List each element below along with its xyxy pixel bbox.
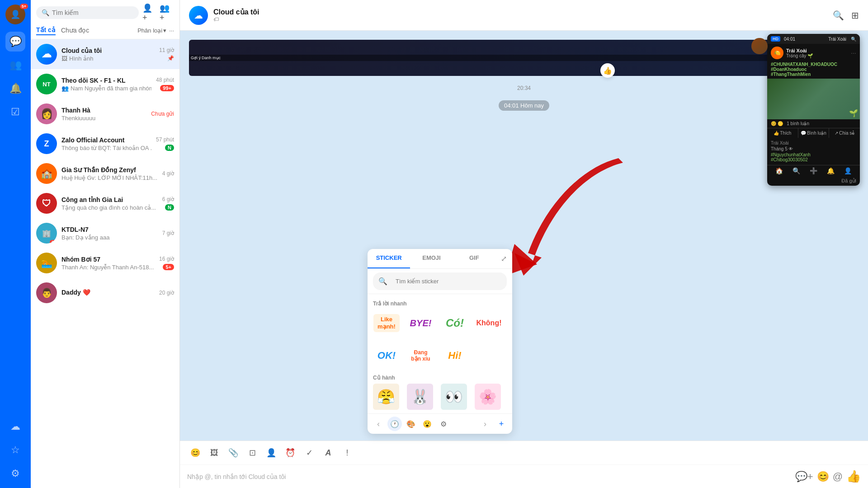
- chat-item-zalo-official[interactable]: Z Zalo Official Account Thông báo từ BQT…: [31, 129, 179, 159]
- rvp-share-button[interactable]: ↗ Chia sẻ: [829, 128, 860, 138]
- sticker-panel: STICKER EMOJI GIF ⤢ 🔍 Trả lời nhanh Like…: [368, 249, 512, 434]
- contact-status: 🏷: [213, 16, 259, 23]
- chat-item-gia-su[interactable]: 🏫 Gia Sư Thần Đồng Zenyf Huệ Huệ Gv: LỚP…: [31, 159, 179, 188]
- sticker-expand-button[interactable]: ⤢: [495, 249, 512, 268]
- user-avatar[interactable]: 👤 5+: [5, 5, 25, 24]
- sidebar-icon-notification[interactable]: 🔔: [5, 79, 25, 99]
- rvp-plus-icon[interactable]: ➕: [810, 167, 817, 174]
- chat-info-nhom-boi: Nhóm Bơi 57 Thanh An: Nguyễn Thanh An-51…: [61, 256, 155, 271]
- panel-toggle-button[interactable]: ⊞: [851, 10, 859, 21]
- add-group-button[interactable]: 👥+: [160, 5, 174, 20]
- rvp-search-icon-bottom[interactable]: 🔍: [793, 167, 800, 174]
- chat-meta-cong-an: 6 giờ N: [162, 196, 174, 211]
- cu-hanh-1[interactable]: 😤: [373, 384, 399, 410]
- checklist-toolbar-button[interactable]: ✓: [301, 445, 317, 461]
- sticker-settings-icon[interactable]: ⚙: [436, 417, 451, 431]
- sidebar-icon-contacts[interactable]: 👥: [5, 55, 25, 75]
- search-input[interactable]: [52, 9, 133, 16]
- format-toolbar-button[interactable]: A: [320, 445, 336, 461]
- date-divider: 04:01 Hôm nay: [499, 100, 549, 111]
- sort-button[interactable]: Phân loại ▾: [137, 27, 166, 34]
- sticker-dang-ban-xiu[interactable]: Đangbận xíu: [407, 342, 434, 369]
- chat-info-thanh-ha: Thanh Hà Thenkiuuuuu: [61, 107, 146, 122]
- sticker-like-manh[interactable]: Likemạnh!: [373, 310, 400, 337]
- rvp-bell-icon[interactable]: 🔔: [827, 167, 835, 174]
- sticker-co[interactable]: Có!: [441, 310, 468, 337]
- chat-info-cong-an: Công an tỉnh Gia Lai Tặng quà cho gia đì…: [61, 196, 158, 211]
- chat-info-cloud: Cloud của tôi 🖼 Hình ảnh: [61, 47, 155, 62]
- sticker-recent-icon[interactable]: 🕐: [387, 417, 402, 431]
- rvp-name-block: Trái Xoài Trồng cây 🌱: [786, 48, 813, 58]
- sidebar-icon-cloud[interactable]: ☁: [5, 417, 25, 436]
- reminder-toolbar-button[interactable]: ⏰: [282, 445, 298, 461]
- sticker-empty: [476, 342, 503, 369]
- cu-hanh-3[interactable]: 👀: [441, 384, 467, 410]
- search-icon: 🔍: [42, 9, 49, 16]
- tab-unread[interactable]: Chưa đọc: [61, 26, 89, 35]
- sticker-search-icon: 🔍: [378, 277, 387, 286]
- rvp-home-icon[interactable]: 🏠: [775, 167, 783, 174]
- chat-item-nhom-boi[interactable]: 🏊 Nhóm Bơi 57 Thanh An: Nguyễn Thanh An-…: [31, 248, 179, 278]
- sticker-face-icon[interactable]: 😮: [420, 417, 434, 431]
- chat-badge-f1: 99+: [160, 85, 174, 91]
- message-input[interactable]: [187, 473, 791, 480]
- sidebar-icon-chat[interactable]: 💬: [5, 32, 25, 52]
- sticker-hi[interactable]: Hi!: [441, 342, 468, 369]
- screenshot-toolbar-button[interactable]: ⊡: [244, 445, 260, 461]
- sidebar-icon-star[interactable]: ☆: [5, 440, 25, 460]
- search-input-wrap[interactable]: 🔍: [36, 6, 139, 19]
- rvp-sub: Trồng cây 🌱: [786, 53, 813, 58]
- sticker-prev-button[interactable]: ‹: [371, 417, 386, 431]
- tab-emoji[interactable]: EMOJI: [410, 249, 453, 268]
- sidebar-icon-settings[interactable]: ⚙: [5, 464, 25, 483]
- rvp-actions: 👍 Thích 💬 Bình luận ↗ Chia sẻ: [767, 128, 860, 138]
- chat-item-thanh-ha[interactable]: 👩 Thanh Hà Thenkiuuuuu Chưa gửi: [31, 99, 179, 129]
- contact-name: Cloud của tôi: [213, 8, 259, 16]
- search-chat-button[interactable]: 🔍: [833, 10, 844, 21]
- more-toolbar-button[interactable]: !: [339, 445, 355, 461]
- chat-time-cloud: 11 giờ: [159, 47, 174, 53]
- chat-badge-nhom-boi: 5+: [163, 264, 174, 270]
- tab-gif[interactable]: GIF: [453, 249, 495, 268]
- tab-sticker[interactable]: STICKER: [368, 249, 410, 268]
- chat-item-daddy[interactable]: 👨 Daddy ❤️ 20 giờ: [31, 278, 179, 308]
- sticker-search-wrap[interactable]: 🔍: [373, 272, 507, 290]
- chat-item-cong-an[interactable]: 🛡 Công an tỉnh Gia Lai Tặng quà cho gia …: [31, 188, 179, 218]
- rvp-search-icon[interactable]: 🔍: [851, 37, 856, 42]
- chat-info-f1: Theo dõi SK - F1 - KL 👥 Nam Nguyễn đã th…: [61, 77, 151, 92]
- rvp-more-icon[interactable]: ···: [851, 49, 856, 56]
- rvp-like-button[interactable]: 👍 Thích: [767, 128, 798, 138]
- chat-name-gia-su: Gia Sư Thần Đồng Zenyf: [61, 166, 158, 174]
- sticker-toolbar-button[interactable]: 😊: [187, 445, 203, 461]
- emoji-button[interactable]: 😊: [817, 471, 829, 483]
- cu-hanh-2[interactable]: 🐰: [407, 384, 433, 410]
- chat-time-daddy: 20 giờ: [159, 290, 174, 296]
- sticker-next-button[interactable]: ›: [478, 417, 492, 431]
- sticker-ok[interactable]: OK!: [373, 342, 400, 369]
- chat-item-f1[interactable]: NT Theo dõi SK - F1 - KL 👥 Nam Nguyễn đã…: [31, 69, 179, 99]
- more-options-button[interactable]: ···: [169, 27, 174, 34]
- sort-label: Phân loại: [137, 27, 162, 34]
- sticker-search-input[interactable]: [390, 275, 501, 287]
- sticker-abc-icon[interactable]: 🎨: [404, 417, 418, 431]
- at-button[interactable]: @: [833, 471, 843, 483]
- sidebar-icon-task[interactable]: ☑: [5, 102, 25, 122]
- sticker-add-button[interactable]: +: [494, 417, 509, 431]
- mention-button[interactable]: 💬+: [795, 471, 813, 483]
- rvp-comment-button[interactable]: 💬 Bình luận: [798, 128, 830, 138]
- send-button[interactable]: 👍: [846, 469, 861, 483]
- chat-item-cloud[interactable]: ☁ Cloud của tôi 🖼 Hình ảnh 11 giờ 📌: [31, 39, 179, 69]
- sticker-tabs: STICKER EMOJI GIF ⤢: [368, 249, 512, 269]
- rvp-person-icon[interactable]: 👤: [844, 167, 852, 174]
- image-toolbar-button[interactable]: 🖼: [206, 445, 222, 461]
- attachment-toolbar-button[interactable]: 📎: [225, 445, 241, 461]
- chat-item-ktdl[interactable]: 🏢 61 KTDL-N7 Bạn: Dạ vắng aaa 7 giờ: [31, 218, 179, 248]
- rvp-bottom-icons: 🏠 🔍 ➕ 🔔 👤: [767, 165, 860, 176]
- cu-hanh-4[interactable]: 🌸: [475, 384, 501, 410]
- tab-all[interactable]: Tất cả: [36, 25, 56, 35]
- sticker-khong[interactable]: Không!: [476, 310, 503, 337]
- add-friend-button[interactable]: 👤+: [142, 5, 157, 20]
- chat-preview-f1: 👥 Nam Nguyễn đã tham gia nhóm: [61, 85, 151, 92]
- contact-toolbar-button[interactable]: 👤: [263, 445, 279, 461]
- sticker-bye[interactable]: BYE!: [407, 310, 434, 337]
